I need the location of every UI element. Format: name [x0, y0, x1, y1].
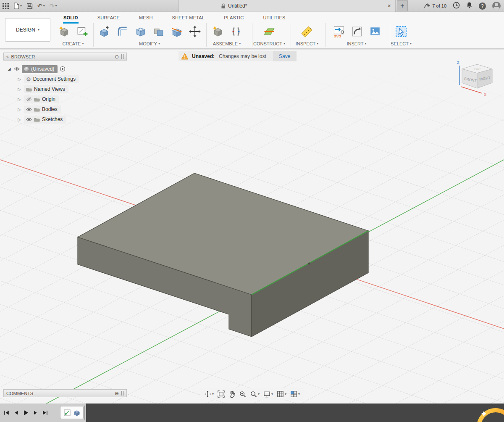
redo-button[interactable]: ↷ ▾	[50, 3, 57, 9]
expand-icon[interactable]: ▷	[17, 77, 22, 82]
create-sketch-button[interactable]	[75, 24, 89, 39]
construct-plane-button[interactable]	[262, 24, 276, 39]
document-tab[interactable]: Untitled* ×	[178, 0, 396, 12]
insert-group-label[interactable]: INSERT▾	[338, 41, 375, 46]
browser-row-document-settings[interactable]: ▷ ⚙ Document Settings	[3, 74, 127, 84]
expand-icon[interactable]: ▷	[17, 107, 22, 112]
browser-row-origin[interactable]: ▷ Origin	[3, 94, 127, 104]
origin-point[interactable]	[308, 263, 310, 265]
display-settings-button[interactable]: ▾	[263, 391, 273, 398]
decal-button[interactable]	[368, 24, 382, 39]
look-at-button[interactable]	[218, 390, 225, 398]
step-back-button[interactable]	[13, 410, 19, 416]
job-status-button[interactable]: 7 of 10	[424, 3, 446, 9]
visibility-eye-icon[interactable]	[14, 67, 20, 71]
step-forward-button[interactable]	[33, 410, 38, 416]
expand-icon[interactable]: ▷	[17, 87, 22, 92]
comments-title: COMMENTS	[6, 391, 112, 396]
grid-settings-button[interactable]: ▾	[277, 390, 286, 398]
split-body-button[interactable]	[170, 24, 184, 39]
chevron-down-icon: ▾	[43, 4, 45, 8]
move-copy-button[interactable]	[188, 24, 202, 39]
activate-component-radio[interactable]	[60, 66, 66, 72]
save-link-button[interactable]: Save	[273, 51, 297, 61]
shell-button[interactable]	[134, 24, 148, 39]
viewcube-top-label[interactable]: TOP	[474, 68, 480, 70]
modify-group-label[interactable]: MODIFY▾	[131, 41, 168, 46]
sketch-feature-icon[interactable]	[64, 409, 71, 416]
expand-icon[interactable]: ◢	[7, 67, 12, 71]
go-to-end-button[interactable]	[42, 410, 48, 416]
panel-grip[interactable]	[121, 54, 124, 59]
tab-solid[interactable]: SOLID	[63, 14, 79, 24]
avatar[interactable]	[492, 2, 501, 10]
create-group-label[interactable]: CREATE▾	[54, 41, 92, 46]
timeline-track[interactable]	[86, 404, 504, 422]
tab-plastic[interactable]: PLASTIC	[223, 14, 244, 24]
select-button[interactable]	[394, 24, 408, 39]
browser-header[interactable]: « BROWSER ⊖	[3, 53, 127, 61]
browser-row-named-views[interactable]: ▷ Named Views	[3, 84, 127, 94]
tab-surface[interactable]: SURFACE	[97, 14, 120, 24]
extrude-feature-icon[interactable]	[74, 409, 80, 416]
app-grid-icon[interactable]	[3, 3, 9, 9]
viewcube[interactable]: Z X TOP FRONT RIGHT	[455, 59, 499, 102]
combine-button[interactable]	[152, 24, 166, 39]
construct-group-label[interactable]: CONSTRUCT▾	[250, 41, 288, 46]
file-menu-button[interactable]: ▾	[13, 3, 22, 9]
notifications-button[interactable]	[466, 2, 472, 10]
pan-button[interactable]	[228, 390, 235, 398]
press-pull-button[interactable]	[97, 24, 112, 39]
navigation-toolbar: ▾ ▾ ▾ ▾	[200, 388, 304, 400]
zoom-window-button[interactable]	[239, 390, 246, 398]
workspace-switcher[interactable]: DESIGN ▾	[5, 18, 50, 42]
assemble-new-component-button[interactable]	[211, 24, 225, 39]
collapse-all-icon[interactable]: ⊖	[115, 54, 119, 60]
measure-button[interactable]	[300, 24, 314, 39]
create-group	[57, 24, 89, 40]
panel-grip[interactable]	[121, 391, 124, 396]
hand-pan-icon	[228, 390, 235, 398]
insert-svg-button[interactable]: SVG	[332, 24, 346, 39]
orbit-button[interactable]: ▾	[204, 390, 214, 398]
viewports-button[interactable]: ▾	[290, 390, 300, 398]
visibility-eye-icon[interactable]	[26, 107, 32, 111]
browser-row-bodies[interactable]: ▷ Bodies	[3, 104, 127, 114]
visibility-eye-off-icon[interactable]	[26, 97, 32, 101]
collapse-panel-icon[interactable]: «	[6, 54, 9, 59]
fillet-button[interactable]	[116, 24, 130, 39]
new-component-icon	[212, 26, 224, 37]
undo-button[interactable]: ↶ ▾	[37, 3, 45, 9]
expand-icon[interactable]: ▷	[17, 117, 22, 122]
go-to-start-button[interactable]	[3, 410, 10, 416]
timeline-playback-controls	[3, 404, 48, 422]
tab-utilities[interactable]: UTILITIES	[262, 14, 286, 24]
comments-header[interactable]: COMMENTS ⊕	[3, 389, 127, 397]
joint-button[interactable]	[229, 24, 243, 39]
timeline-playhead[interactable]	[84, 406, 85, 420]
workspace-label: DESIGN	[16, 27, 35, 33]
inspect-group-label[interactable]: INSPECT▾	[288, 41, 326, 46]
assemble-group-label[interactable]: ASSEMBLE▾	[208, 41, 246, 46]
tab-sheet-metal[interactable]: SHEET METAL	[172, 14, 205, 24]
new-tab-button[interactable]: +	[397, 0, 408, 11]
play-button[interactable]	[23, 409, 29, 416]
browser-row-root[interactable]: ◢ (Unsaved)	[3, 64, 127, 74]
select-group-label[interactable]: SELECT▾	[382, 41, 420, 46]
component-icon	[24, 66, 29, 71]
root-component-chip[interactable]: (Unsaved)	[22, 65, 58, 73]
close-tab-button[interactable]: ×	[386, 0, 393, 12]
add-comment-icon[interactable]: ⊕	[115, 390, 119, 396]
help-button[interactable]: ?	[479, 3, 486, 10]
visibility-eye-icon[interactable]	[26, 117, 32, 121]
assistant-bubble[interactable]	[465, 404, 504, 422]
save-button[interactable]	[26, 3, 33, 9]
chevron-down-icon: ▾	[82, 42, 84, 45]
browser-row-sketches[interactable]: ▷ Sketches	[3, 114, 127, 124]
zoom-button[interactable]: ▾	[250, 390, 260, 398]
expand-icon[interactable]: ▷	[17, 97, 22, 102]
extensions-button[interactable]	[453, 2, 460, 11]
new-component-button[interactable]	[57, 24, 71, 39]
derive-button[interactable]	[350, 24, 364, 39]
tab-mesh[interactable]: MESH	[139, 14, 153, 24]
